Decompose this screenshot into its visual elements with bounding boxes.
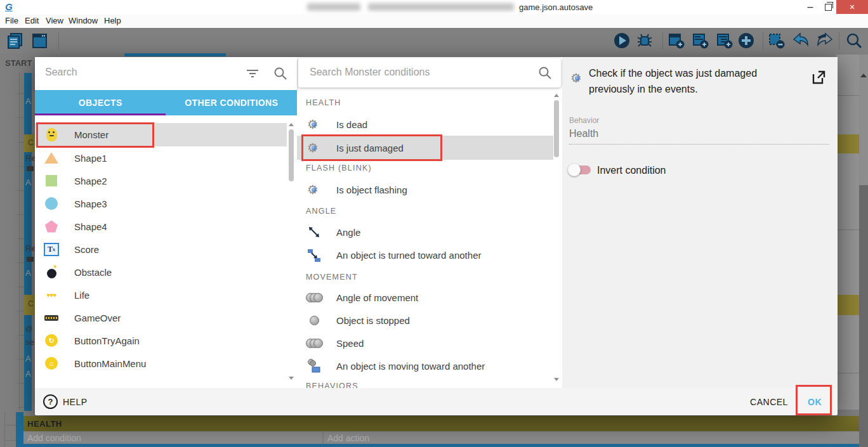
object-label: GameOver xyxy=(74,313,121,323)
condition-row-angle-of-movement[interactable]: Angle of movement xyxy=(297,286,553,309)
scroll-down-icon[interactable] xyxy=(289,377,294,380)
scroll-up-icon[interactable] xyxy=(554,94,559,97)
project-manager-icon[interactable] xyxy=(5,30,25,51)
add-action-button[interactable]: Add action xyxy=(324,432,859,444)
gdevelop-logo-icon: G xyxy=(5,1,16,13)
menu-file[interactable]: File xyxy=(5,16,18,25)
redo-icon[interactable] xyxy=(815,30,835,51)
condition-list: HEALTH Is dead Is just damaged FLASH (BL… xyxy=(297,87,562,388)
object-row-buttontryagain[interactable]: ↻ ButtonTryAgain xyxy=(35,329,287,352)
object-row-obstacle[interactable]: Obstacle xyxy=(35,261,287,283)
hearts-icon: ♥♥♥ xyxy=(47,292,56,299)
menu-help[interactable]: Help xyxy=(104,16,121,25)
help-button[interactable]: ? HELP xyxy=(43,394,88,409)
scene-tab-start[interactable]: START xyxy=(5,58,32,68)
condition-search-input[interactable] xyxy=(308,66,520,79)
scroll-up-icon[interactable] xyxy=(289,123,294,126)
object-row-shape2[interactable]: Shape2 xyxy=(35,169,287,192)
open-in-new-icon[interactable] xyxy=(811,70,826,85)
object-search-input[interactable] xyxy=(44,66,237,79)
object-list-scrollbar[interactable] xyxy=(289,129,294,181)
cancel-button[interactable]: CANCEL xyxy=(744,392,794,412)
add-event-icon[interactable] xyxy=(666,30,687,51)
search-icon[interactable] xyxy=(538,66,552,80)
menu-edit[interactable]: Edit xyxy=(25,16,39,25)
scroll-down-icon[interactable] xyxy=(554,378,559,381)
undo-icon[interactable] xyxy=(791,30,811,51)
background-scrollbar-thumb[interactable] xyxy=(859,185,868,447)
object-row-buttonmainmenu[interactable]: ⌂ ButtonMainMenu xyxy=(35,352,287,375)
active-tab-underline xyxy=(35,113,166,115)
scroll-up-icon[interactable] xyxy=(860,74,867,77)
behavior-gear-icon xyxy=(307,183,321,197)
add-subevent-icon[interactable] xyxy=(714,30,735,51)
object-row-life[interactable]: ♥♥♥ Life xyxy=(35,283,287,306)
menu-view[interactable]: View xyxy=(46,16,63,25)
comment-row xyxy=(836,295,859,315)
circle-icon xyxy=(45,197,58,210)
comment-row xyxy=(836,134,859,153)
stopped-circle-icon xyxy=(310,316,319,325)
debug-icon[interactable] xyxy=(635,30,655,51)
movement-circles-icon xyxy=(306,293,323,302)
bomb-icon xyxy=(47,269,56,278)
condition-label: Angle of movement xyxy=(336,292,418,303)
object-row-shape4[interactable]: Shape4 xyxy=(35,215,287,238)
condition-label: Angle xyxy=(336,227,360,238)
behavior-field-value[interactable]: Health xyxy=(569,128,598,139)
game-over-icon xyxy=(44,315,58,321)
filter-icon[interactable] xyxy=(246,68,260,79)
square-icon xyxy=(46,175,57,186)
menu-window[interactable]: Window xyxy=(69,16,98,25)
remove-event-icon[interactable] xyxy=(766,30,787,51)
condition-label: Is dead xyxy=(336,119,367,130)
condition-row-is-object-flashing[interactable]: Is object flashing xyxy=(297,178,553,201)
event-group-health[interactable]: HEALTH xyxy=(23,416,859,431)
object-row-score[interactable]: Tx Score xyxy=(35,238,287,261)
object-row-shape3[interactable]: Shape3 xyxy=(35,192,287,215)
event-fragment: A xyxy=(25,178,35,187)
search-icon[interactable] xyxy=(273,67,287,81)
movement-circles-icon xyxy=(306,339,323,348)
search-icon[interactable] xyxy=(844,30,864,51)
add-circle-icon[interactable] xyxy=(736,30,756,51)
condition-description: Check if the object was just damaged pre… xyxy=(589,65,770,97)
add-comment-icon[interactable] xyxy=(690,30,711,51)
tab-other-conditions[interactable]: OTHER CONDITIONS xyxy=(166,90,298,115)
condition-label: Is object flashing xyxy=(336,185,407,195)
close-button[interactable]: × xyxy=(836,0,868,14)
event-sheet-bottom-bar xyxy=(23,444,859,447)
scene-editor-icon[interactable] xyxy=(29,30,49,51)
double-arrow-icon xyxy=(307,225,321,239)
condition-list-scrollbar[interactable] xyxy=(554,100,559,157)
condition-row-is-dead[interactable]: Is dead xyxy=(297,113,553,136)
event-fragment: Re xyxy=(25,153,35,163)
section-header-health: HEALTH xyxy=(306,98,341,107)
object-row-shape1[interactable]: Shape1 xyxy=(35,146,287,169)
object-label: Shape3 xyxy=(74,198,107,209)
object-row-gameover[interactable]: GameOver xyxy=(35,306,287,329)
invert-condition-toggle[interactable] xyxy=(569,164,592,176)
condition-row-object-is-stopped[interactable]: Object is stopped xyxy=(297,309,553,332)
event-fragment: A xyxy=(25,369,35,379)
minimize-button[interactable]: – xyxy=(801,0,820,14)
condition-row-angle[interactable]: Angle xyxy=(297,221,553,243)
toolbar-separator xyxy=(763,32,763,49)
event-sheet-right xyxy=(836,55,859,410)
condition-row-turned-toward[interactable]: An object is turned toward another xyxy=(297,243,553,266)
section-header-movement: MOVEMENT xyxy=(306,273,358,282)
object-label: Shape1 xyxy=(74,153,107,164)
condition-row-moving-toward[interactable]: An object is moving toward another xyxy=(297,354,553,377)
preview-play-icon[interactable] xyxy=(612,30,632,51)
event-fragment: A xyxy=(25,354,35,363)
help-label: HELP xyxy=(63,397,88,407)
add-condition-button[interactable]: Add condition xyxy=(23,432,322,444)
event-icon: @ xyxy=(25,325,35,332)
event-fragment: se xyxy=(25,337,35,347)
tab-objects[interactable]: OBJECTS xyxy=(35,90,166,115)
event-tree-line xyxy=(19,73,20,411)
restore-button[interactable] xyxy=(820,0,836,14)
condition-row-speed[interactable]: Speed xyxy=(297,332,553,354)
event-icon xyxy=(27,257,34,262)
pentagon-icon xyxy=(45,221,58,233)
